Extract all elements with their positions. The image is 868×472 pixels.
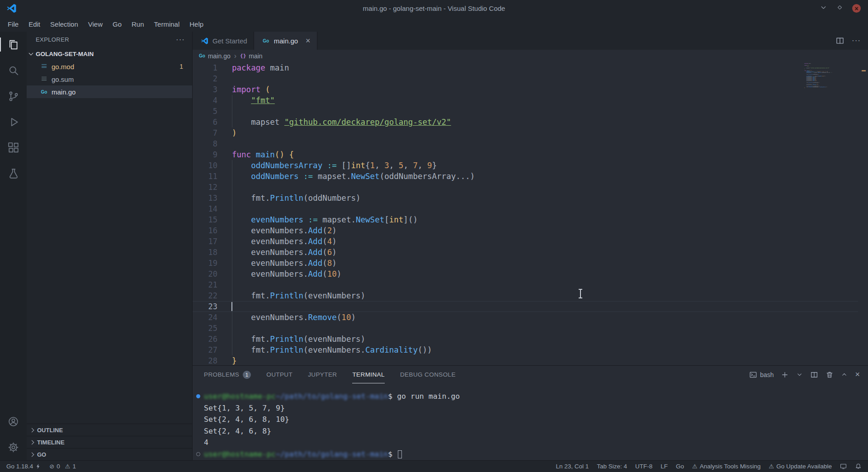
activitybar-source-control[interactable] [0,83,27,109]
status-go-update[interactable]: ⚠Go Update Available [769,463,832,470]
run-debug-icon [8,116,19,128]
activitybar-account[interactable] [0,409,27,434]
menu-file[interactable]: File [3,17,24,32]
menu-go[interactable]: Go [108,17,127,32]
code-line-26[interactable]: 26 fmt.Println(evenNumbers) [193,334,858,345]
panel-dropdown-button[interactable] [796,371,803,378]
activitybar-settings[interactable] [0,434,27,460]
panel-maximize-button[interactable] [841,371,848,378]
status-eol[interactable]: LF [660,463,668,470]
split-editor-icon[interactable] [835,36,844,45]
status-remote-indicator[interactable] [840,463,847,470]
code-line-8[interactable]: 8 [193,138,858,149]
activitybar-explorer[interactable] [0,32,27,57]
panel-tab-problems[interactable]: PROBLEMS1 [204,366,251,383]
file-go-sum[interactable]: go.sum [27,73,192,85]
code-line-3[interactable]: 3import ( [193,84,858,95]
menu-help[interactable]: Help [184,17,208,32]
menu-view[interactable]: View [83,17,108,32]
code-line-5[interactable]: 5 [193,106,858,117]
window-close-button[interactable]: × [852,4,861,13]
code-line-10[interactable]: 10 oddNumbersArray := []int{1, 3, 5, 7, … [193,160,858,171]
window-minimize-button[interactable] [820,4,827,13]
panel-split-button[interactable] [810,371,818,379]
code-line-28[interactable]: 28} [193,355,858,365]
window-title: main.go - golang-set-main - Visual Studi… [0,5,868,12]
code-line-9[interactable]: 9func main() { [193,149,858,160]
code-line-7[interactable]: 7) [193,127,858,138]
panel-tab-output[interactable]: OUTPUT [266,366,292,383]
code-line-15[interactable]: 15 evenNumbers := mapset.NewSet[int]() [193,214,858,225]
status-bar: Go 1.18.4⊘0⚠1 Ln 23, Col 1Tab Size: 4UTF… [0,460,868,472]
activitybar-search[interactable] [0,57,27,83]
code-line-23[interactable]: 23 [193,301,858,312]
menu-run[interactable]: Run [127,17,149,32]
breadcrumb-item-main[interactable]: {}main [240,52,263,60]
panel-tab-debug-console[interactable]: DEBUG CONSOLE [400,366,456,383]
explorer-root-folder[interactable]: GOLANG-SET-MAIN [27,47,192,60]
breadcrumb-item-main-go[interactable]: Gomain.go [199,52,231,60]
panel-trash-button[interactable] [826,371,834,379]
tab-main-go[interactable]: Gomain.go× [254,32,317,50]
panel-close-button[interactable]: × [855,370,860,379]
code-line-20[interactable]: 20 evenNumbers.Add(10) [193,269,858,279]
section-timeline[interactable]: TIMELINE [27,436,192,448]
activitybar-testing[interactable] [0,160,27,186]
status-notifications[interactable] [855,463,862,470]
menu-terminal[interactable]: Terminal [149,17,185,32]
code-editor[interactable]: 1package main23import (4 "fmt"56 mapset … [193,62,868,365]
more-actions-icon[interactable]: ··· [852,36,861,45]
code-line-22[interactable]: 22 fmt.Println(evenNumbers) [193,290,858,301]
code-line-24[interactable]: 24 evenNumbers.Remove(10) [193,312,858,323]
more-actions-icon[interactable]: ··· [176,35,185,44]
panel-tab-jupyter[interactable]: JUPYTER [308,366,337,383]
status-language-mode[interactable]: Go [676,463,684,470]
file-go-mod[interactable]: go.mod1 [27,60,192,73]
shell-label[interactable]: bash [760,371,774,378]
status-go-version[interactable]: Go 1.18.4 [6,463,41,470]
code-line-12[interactable]: 12 [193,182,858,193]
close-icon[interactable]: × [306,36,311,46]
code-line-18[interactable]: 18 evenNumbers.Add(6) [193,247,858,258]
status-encoding[interactable]: UTF-8 [635,463,652,470]
section-outline[interactable]: OUTLINE [27,424,192,436]
window-maximize-button[interactable] [836,4,843,13]
explorer-title: EXPLORER [36,36,69,43]
tab-get-started[interactable]: Get Started [193,32,254,50]
error-icon: ⊘ [49,463,54,470]
line-number: 15 [193,214,217,225]
code-line-14[interactable]: 14 [193,203,858,214]
panel-tab-terminal[interactable]: TERMINAL [352,366,384,383]
code-line-2[interactable]: 2 [193,73,858,84]
go-mod-icon [40,63,48,71]
code-line-6[interactable]: 6 mapset "github.com/deckarep/golang-set… [193,117,858,127]
code-line-16[interactable]: 16 evenNumbers.Add(2) [193,225,858,236]
go-icon: Go [262,37,270,45]
file-main-go[interactable]: Gomain.go [27,85,192,98]
terminal-output: Set{1, 3, 5, 7, 9} [204,404,285,412]
code-line-1[interactable]: 1package main [193,62,858,73]
code-line-21[interactable]: 21 [193,279,858,290]
code-line-17[interactable]: 17 evenNumbers.Add(4) [193,236,858,247]
status-analysis-tools[interactable]: ⚠Analysis Tools Missing [692,463,760,470]
command-decoration-icon[interactable] [196,452,200,456]
status-problems[interactable]: ⊘0⚠1 [49,463,76,470]
panel-new-terminal-button[interactable] [781,371,789,379]
menu-selection[interactable]: Selection [45,17,83,32]
activitybar-extensions[interactable] [0,135,27,160]
code-line-27[interactable]: 27 fmt.Println(evenNumbers.Cardinality()… [193,345,858,355]
code-line-11[interactable]: 11 oddNumbers := mapset.NewSet(oddNumber… [193,171,858,182]
code-line-4[interactable]: 4 "fmt" [193,95,858,106]
activitybar-run-debug[interactable] [0,109,27,135]
section-go[interactable]: GO [27,448,192,460]
code-line-19[interactable]: 19 evenNumbers.Add(8) [193,258,858,269]
panel-terminal-button[interactable] [749,371,757,379]
terminal-content[interactable]: user@hostname-pc~/path/to/golang-set-mai… [193,383,868,460]
menu-edit[interactable]: Edit [24,17,45,32]
command-decoration-icon[interactable] [196,394,200,398]
code-line-25[interactable]: 25 [193,323,858,334]
minimap[interactable]: package mainimport ( "fmt" mapset "githu… [804,63,855,88]
code-line-13[interactable]: 13 fmt.Println(oddNumbers) [193,193,858,203]
status-cursor-position[interactable]: Ln 23, Col 1 [556,463,589,470]
status-indentation[interactable]: Tab Size: 4 [597,463,627,470]
